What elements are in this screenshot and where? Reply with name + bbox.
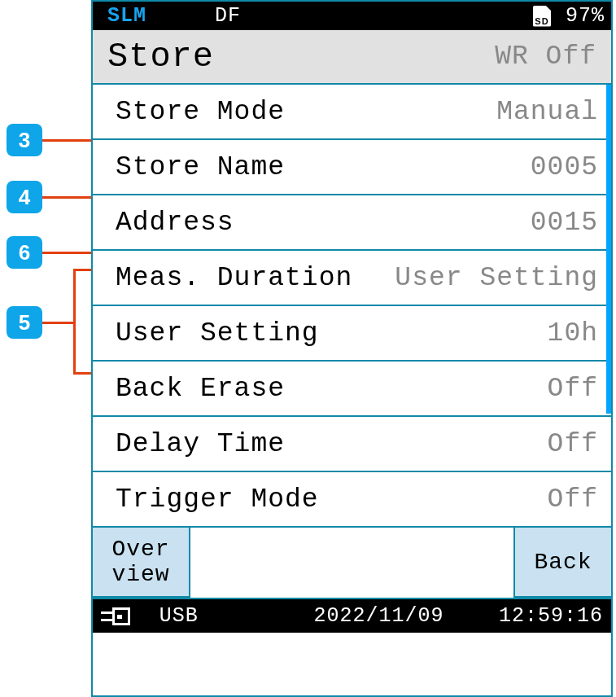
sd-card-icon bbox=[533, 6, 551, 27]
date-display: 2022/11/09 bbox=[313, 604, 499, 628]
row-label: User Setting bbox=[116, 318, 319, 348]
row-value: 0015 bbox=[531, 208, 598, 238]
callout-bracket bbox=[73, 269, 93, 375]
device-screen: SLM DF 97% Store WR Off Store Mode Manua… bbox=[91, 0, 613, 697]
row-value: Off bbox=[548, 374, 598, 404]
row-delay-time[interactable]: Delay Time Off bbox=[93, 417, 611, 472]
button-label: Back bbox=[534, 550, 592, 575]
power-plug-icon bbox=[101, 607, 135, 625]
callout-5: 5 bbox=[7, 306, 73, 339]
screen-title: Store bbox=[107, 37, 214, 77]
callout-badge: 3 bbox=[7, 124, 42, 156]
row-value: Off bbox=[548, 429, 598, 459]
row-label: Address bbox=[116, 208, 234, 238]
row-back-erase[interactable]: Back Erase Off bbox=[93, 362, 611, 417]
screen-title-bar: Store WR Off bbox=[93, 30, 611, 85]
row-label: Trigger Mode bbox=[116, 484, 319, 515]
callout-badge: 4 bbox=[7, 181, 42, 213]
row-trigger-mode[interactable]: Trigger Mode Off bbox=[93, 472, 611, 528]
wr-status: WR Off bbox=[495, 42, 596, 72]
back-button[interactable]: Back bbox=[513, 528, 611, 598]
mode-indicator: SLM bbox=[99, 4, 215, 28]
battery-level: 97% bbox=[566, 4, 605, 28]
settings-list: Store Mode Manual Store Name 0005 Addres… bbox=[93, 85, 611, 528]
row-label: Delay Time bbox=[116, 429, 285, 459]
bottom-status-bar: USB 2022/11/09 12:59:16 bbox=[93, 599, 611, 633]
row-meas-duration[interactable]: Meas. Duration User Setting bbox=[93, 251, 611, 306]
callout-badge: 6 bbox=[7, 236, 42, 269]
row-store-name[interactable]: Store Name 0005 bbox=[93, 140, 611, 195]
callout-line bbox=[42, 322, 73, 324]
row-label: Back Erase bbox=[116, 374, 285, 404]
top-status-bar: SLM DF 97% bbox=[93, 2, 611, 30]
time-display: 12:59:16 bbox=[499, 604, 603, 628]
row-label: Store Name bbox=[116, 152, 285, 182]
df-indicator: DF bbox=[215, 4, 533, 28]
row-address[interactable]: Address 0015 bbox=[93, 195, 611, 251]
callout-badge: 5 bbox=[7, 306, 42, 339]
button-label-line2: view bbox=[111, 562, 169, 587]
row-store-mode[interactable]: Store Mode Manual bbox=[93, 85, 611, 140]
row-value: Manual bbox=[496, 97, 598, 127]
overview-button[interactable]: Over view bbox=[93, 528, 190, 598]
row-label: Meas. Duration bbox=[116, 263, 352, 293]
row-value: 0005 bbox=[531, 152, 598, 182]
button-bar: Over view Back bbox=[93, 528, 611, 599]
button-label-line1: Over bbox=[111, 537, 169, 562]
row-value: User Setting bbox=[395, 263, 598, 293]
scrollbar[interactable] bbox=[606, 85, 611, 414]
row-value: 10h bbox=[548, 318, 598, 348]
row-user-setting[interactable]: User Setting 10h bbox=[93, 306, 611, 362]
usb-status: USB bbox=[159, 604, 314, 628]
row-label: Store Mode bbox=[116, 97, 285, 127]
row-value: Off bbox=[548, 484, 598, 515]
